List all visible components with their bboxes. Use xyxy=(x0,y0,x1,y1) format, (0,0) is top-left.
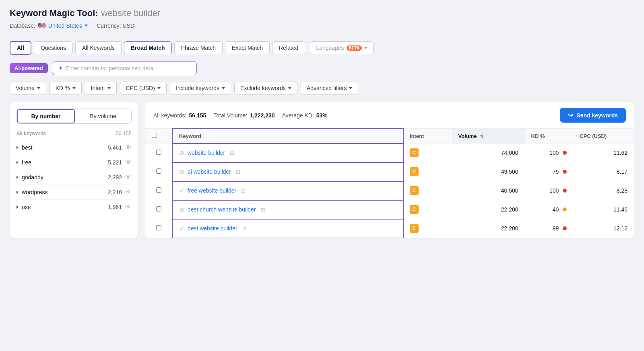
exclude-keywords-filter[interactable]: Exclude keywords xyxy=(234,82,297,94)
row4-keyword-link[interactable]: best church website builder xyxy=(188,206,256,213)
table-row: ✓ best website builder ⊟ C 22,200 99 xyxy=(145,219,634,238)
cpc-chevron-icon xyxy=(157,87,161,89)
sidebar-item-wordpress[interactable]: wordpress 2,210 👁 xyxy=(17,185,132,200)
toggle-by-number[interactable]: By number xyxy=(17,109,75,123)
tab-all-keywords[interactable]: All Keywords xyxy=(75,41,122,54)
exclude-keywords-label: Exclude keywords xyxy=(240,85,286,91)
row4-copy-icon[interactable]: ⊟ xyxy=(261,207,265,213)
row3-keyword-inner: ✓ free website builder ⊟ xyxy=(179,187,397,195)
sidebar-keyword-best: best xyxy=(22,144,32,151)
th-keyword: Keyword xyxy=(173,129,403,144)
row2-checkbox[interactable] xyxy=(156,168,161,174)
sidebar-right-best: 5,461 👁 xyxy=(108,144,132,151)
tab-exact-match[interactable]: Exact Match xyxy=(225,41,270,54)
sidebar-chevron-free xyxy=(17,161,19,164)
tab-all[interactable]: All xyxy=(10,41,31,55)
intent-filter[interactable]: Intent xyxy=(85,82,117,94)
row4-checkbox[interactable] xyxy=(156,206,161,211)
row2-keyword-cell: ⊕ ai website builder ⊟ xyxy=(173,162,403,181)
th-volume[interactable]: Volume ⇅ xyxy=(452,129,525,144)
row4-cpc-cell: 11.46 xyxy=(573,200,634,219)
sidebar-item-best[interactable]: best 5,461 👁 xyxy=(17,140,132,155)
row5-copy-icon[interactable]: ⊟ xyxy=(242,226,247,232)
row5-checkbox-cell xyxy=(145,219,173,238)
sidebar-chevron-use xyxy=(17,205,19,209)
row3-copy-icon[interactable]: ⊟ xyxy=(241,188,246,194)
send-keywords-button[interactable]: ↪ Send keywords xyxy=(560,108,626,123)
advanced-filters[interactable]: Advanced filters xyxy=(301,82,359,94)
row5-intent-cell: C xyxy=(403,219,452,238)
tab-broad-match[interactable]: Broad Match xyxy=(124,41,172,54)
advanced-chevron-icon xyxy=(349,87,352,89)
title-row: Keyword Magic Tool: website builder xyxy=(10,8,634,18)
all-keywords-value: 56,155 xyxy=(189,112,206,119)
page-container: Keyword Magic Tool: website builder Data… xyxy=(0,0,644,351)
row2-kd-cell: 79 xyxy=(525,162,574,181)
row2-kd-dot xyxy=(563,170,567,174)
sidebar-right-free: 5,221 👁 xyxy=(108,159,132,166)
row5-kd-dot xyxy=(563,226,567,230)
sidebar-item-use[interactable]: use 1,961 👁 xyxy=(17,200,132,214)
row1-checkbox-cell xyxy=(145,144,173,162)
tab-questions[interactable]: Questions xyxy=(34,41,73,54)
sidebar-item-free[interactable]: free 5,221 👁 xyxy=(17,155,132,170)
row5-keyword-link[interactable]: best website builder xyxy=(188,225,237,232)
ai-domain-input-wrap[interactable]: ✦ Enter domain for personalized data xyxy=(52,61,197,75)
eye-icon-wordpress[interactable]: 👁 xyxy=(125,189,132,196)
sidebar-row-left-godaddy: godaddy xyxy=(17,174,43,181)
row3-keyword-link[interactable]: free website builder xyxy=(188,187,236,194)
sidebar: By number By volume All keywords 56,155 … xyxy=(10,102,138,238)
sidebar-keyword-godaddy: godaddy xyxy=(22,174,43,181)
exclude-chevron-icon xyxy=(288,87,291,89)
table-area: All keywords: 56,155 Total Volume: 1,222… xyxy=(145,102,634,238)
th-intent: Intent xyxy=(403,129,452,144)
cpc-col-label: CPC (USD) xyxy=(580,133,607,139)
include-keywords-filter[interactable]: Include keywords xyxy=(170,82,231,94)
row3-checkbox[interactable] xyxy=(156,187,161,193)
tab-phrase-match[interactable]: Phrase Match xyxy=(174,41,223,54)
eye-icon-best[interactable]: 👁 xyxy=(125,144,132,151)
country-link[interactable]: United States xyxy=(48,23,88,29)
sidebar-keyword-free: free xyxy=(22,159,31,166)
country-flag: 🇺🇸 xyxy=(38,22,46,29)
languages-button[interactable]: Languages beta xyxy=(310,41,374,54)
tab-related[interactable]: Related xyxy=(272,41,305,54)
row2-keyword-link[interactable]: ai website builder xyxy=(188,168,231,175)
sidebar-right-use: 1,961 👁 xyxy=(108,203,132,211)
main-content: By number By volume All keywords 56,155 … xyxy=(10,102,634,238)
country-name: United States xyxy=(48,23,82,29)
sidebar-count-godaddy: 2,292 xyxy=(108,174,122,181)
volume-filter[interactable]: Volume xyxy=(10,82,46,94)
sidebar-keyword-wordpress: wordpress xyxy=(22,189,48,195)
eye-icon-free[interactable]: 👁 xyxy=(125,159,132,166)
row1-keyword-link[interactable]: website builder xyxy=(188,150,225,156)
row1-keyword-cell: ⊕ website builder ⊟ xyxy=(173,144,403,162)
row2-keyword-inner: ⊕ ai website builder ⊟ xyxy=(179,168,397,176)
sidebar-right-wordpress: 2,210 👁 xyxy=(108,189,132,196)
row4-intent-cell: C xyxy=(403,200,452,219)
kd-filter[interactable]: KD % xyxy=(50,82,82,94)
select-all-checkbox[interactable] xyxy=(152,133,157,138)
row1-copy-icon[interactable]: ⊟ xyxy=(230,150,234,156)
row1-checkbox[interactable] xyxy=(156,150,161,155)
sidebar-toggle: By number By volume xyxy=(17,109,132,124)
avg-kd-value: 53% xyxy=(316,112,328,119)
row2-copy-icon[interactable]: ⊟ xyxy=(236,169,240,175)
sidebar-item-godaddy[interactable]: godaddy 2,292 👁 xyxy=(17,170,132,185)
row1-kd-dot xyxy=(563,151,567,155)
kd-filter-label: KD % xyxy=(56,85,70,91)
sparkle-icon: ✦ xyxy=(58,64,63,72)
keyword-col-label: Keyword xyxy=(179,133,201,139)
th-checkbox xyxy=(145,129,173,144)
row1-cpc-cell: 11.62 xyxy=(573,144,634,162)
eye-icon-godaddy[interactable]: 👁 xyxy=(125,174,132,181)
eye-icon-use[interactable]: 👁 xyxy=(125,203,132,211)
th-kd: KD % xyxy=(525,129,574,144)
toggle-by-volume[interactable]: By volume xyxy=(75,109,131,123)
row2-volume-cell: 49,500 xyxy=(452,162,525,181)
row3-keyword-cell: ✓ free website builder ⊟ xyxy=(173,181,403,200)
row5-intent-badge: C xyxy=(410,224,419,233)
languages-chevron-icon xyxy=(364,47,367,49)
row5-checkbox[interactable] xyxy=(156,225,161,230)
cpc-filter[interactable]: CPC (USD) xyxy=(120,82,167,94)
